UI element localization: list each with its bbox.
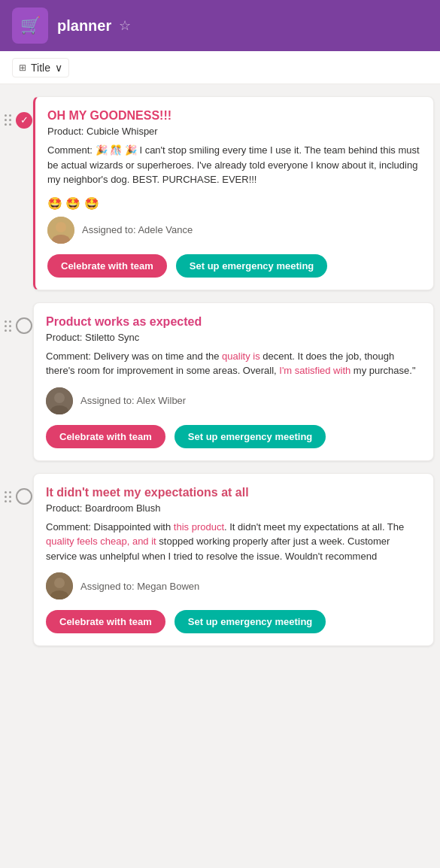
card-assignee-1: Assigned to: Adele Vance — [47, 217, 421, 244]
complete-checkbox-2[interactable] — [16, 317, 32, 334]
avatar-1 — [47, 217, 74, 244]
avatar-2 — [46, 387, 73, 414]
comment-end-2: my purchase." — [350, 365, 415, 376]
comment-highlight-2b: I'm satisfied with — [279, 365, 350, 376]
drag-handle[interactable] — [3, 111, 13, 129]
card-emojis-1: 🤩 🤩 🤩 — [47, 196, 421, 211]
card-actions-2: Celebrate with team Set up emergency mee… — [46, 425, 421, 448]
app-title: planner — [57, 17, 111, 35]
complete-checkbox-3[interactable] — [16, 488, 32, 505]
comment-highlight-3a: this product — [174, 521, 224, 533]
app-icon-shopping-cart: 🛒 — [12, 8, 48, 44]
emergency-button-3[interactable]: Set up emergency meeting — [174, 610, 326, 633]
card-comment-3: Comment: Disappointed with this product.… — [46, 520, 421, 564]
svg-point-1 — [56, 222, 66, 232]
table-row: It didn't meet my expectations at all Pr… — [0, 467, 440, 653]
assignee-name-1: Assigned to: Adele Vance — [82, 224, 193, 235]
card-actions-3: Celebrate with team Set up emergency mee… — [46, 610, 421, 633]
table-row: ✓ OH MY GOODNESS!!! Product: Cubicle Whi… — [0, 90, 440, 296]
celebrate-button-3[interactable]: Celebrate with team — [46, 610, 165, 633]
toolbar: ⊞ Title ∨ — [0, 51, 440, 84]
avatar-3 — [46, 572, 73, 599]
drag-handle-3[interactable] — [3, 488, 13, 505]
row-controls-2 — [3, 302, 33, 335]
card-title-2: Product works as expected — [46, 315, 421, 329]
svg-point-4 — [54, 393, 65, 403]
card-comment-1: Comment: 🎉 🎊 🎉 I can't stop smiling ever… — [47, 143, 421, 187]
comment-highlight-2a: quality is — [222, 351, 260, 362]
app-header: 🛒 planner ☆ — [0, 0, 440, 51]
card-product-1: Product: Cubicle Whisper — [47, 126, 421, 137]
comment-text-1: Comment: 🎉 🎊 🎉 I can't stop smiling ever… — [47, 144, 420, 185]
card-product-3: Product: Boardroom Blush — [46, 502, 421, 514]
row-controls-1: ✓ — [3, 96, 33, 129]
chevron-down-icon: ∨ — [55, 62, 62, 74]
title-label: Title — [31, 62, 50, 74]
main-content: ✓ OH MY GOODNESS!!! Product: Cubicle Whi… — [0, 84, 440, 658]
row-controls-3 — [3, 473, 33, 505]
assignee-name-3: Assigned to: Megan Bowen — [80, 581, 199, 592]
emergency-button-2[interactable]: Set up emergency meeting — [174, 425, 326, 448]
complete-checkbox-1[interactable]: ✓ — [16, 112, 32, 129]
comment-prefix-2: Comment: Delivery was on time and the — [46, 351, 222, 362]
comment-mid3a: . It didn't meet my expectations at all.… — [224, 521, 404, 533]
card-2: Product works as expected Product: Stile… — [33, 302, 434, 461]
card-actions-1: Celebrate with team Set up emergency mee… — [47, 254, 421, 278]
card-assignee-2: Assigned to: Alex Wilber — [46, 387, 421, 414]
card-product-2: Product: Stiletto Sync — [46, 332, 421, 343]
card-3: It didn't meet my expectations at all Pr… — [33, 473, 434, 647]
title-filter-button[interactable]: ⊞ Title ∨ — [12, 58, 69, 77]
card-comment-2: Comment: Delivery was on time and the qu… — [46, 349, 421, 378]
card-assignee-3: Assigned to: Megan Bowen — [46, 572, 421, 599]
comment-prefix-3: Comment: Disappointed with — [46, 521, 174, 533]
assignee-name-2: Assigned to: Alex Wilber — [80, 395, 186, 406]
celebrate-button-1[interactable]: Celebrate with team — [47, 254, 167, 278]
card-list: ✓ OH MY GOODNESS!!! Product: Cubicle Whi… — [0, 84, 440, 658]
title-icon: ⊞ — [19, 62, 26, 73]
card-title-3: It didn't meet my expectations at all — [46, 486, 421, 499]
celebrate-button-2[interactable]: Celebrate with team — [46, 425, 165, 448]
card-title-1: OH MY GOODNESS!!! — [47, 109, 421, 123]
comment-highlight-3b: quality feels cheap, and it — [46, 536, 156, 547]
svg-point-7 — [54, 578, 65, 588]
star-icon[interactable]: ☆ — [119, 17, 131, 34]
drag-handle-2[interactable] — [3, 317, 13, 335]
card-1: OH MY GOODNESS!!! Product: Cubicle Whisp… — [33, 96, 434, 290]
table-row: Product works as expected Product: Stile… — [0, 296, 440, 467]
emergency-button-1[interactable]: Set up emergency meeting — [176, 254, 327, 278]
